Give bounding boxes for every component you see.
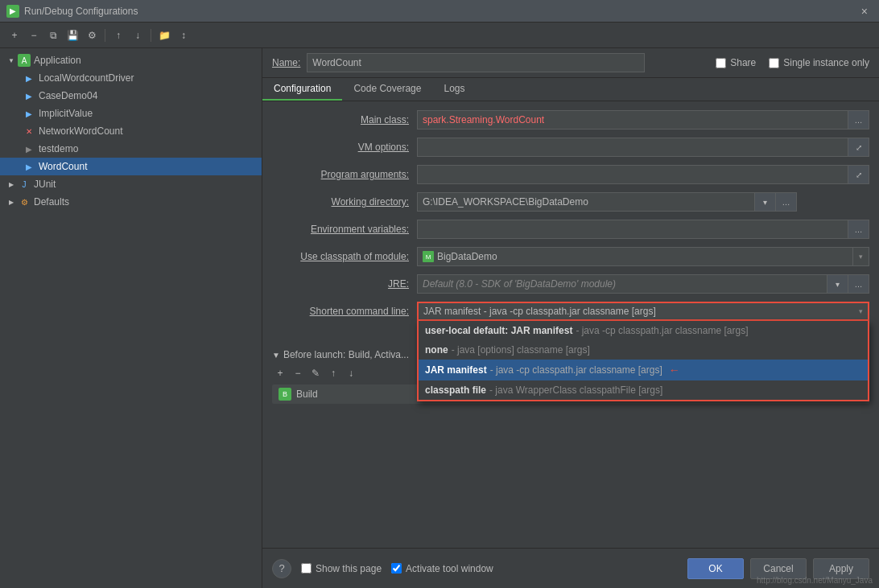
before-launch-title: Before launch: Build, Activa... <box>283 349 409 360</box>
tree-item-implicitvalue[interactable]: ▶ ImplicitValue <box>0 105 262 122</box>
before-launch-down-button[interactable]: ↓ <box>343 365 359 381</box>
move-down-button[interactable]: ↓ <box>130 27 146 43</box>
show-page-label[interactable]: Show this page <box>301 563 382 574</box>
dropdown-option-1[interactable]: none - java [options] classname [args] <box>419 340 868 360</box>
working-dir-row: Working directory: ▾ … <box>272 191 869 212</box>
show-page-text: Show this page <box>316 563 382 574</box>
tab-configuration[interactable]: Configuration <box>262 78 342 101</box>
working-dir-browse-button[interactable]: … <box>776 192 797 212</box>
share-label: Share <box>730 57 756 68</box>
use-classpath-row: Use classpath of module: M BigDataDemo ▾ <box>272 246 869 267</box>
main-class-input[interactable] <box>417 110 848 130</box>
jre-dropdown-button[interactable]: ▾ <box>827 274 848 294</box>
before-launch-edit-button[interactable]: ✎ <box>307 365 324 381</box>
tree-item-wordcount[interactable]: ▶ WordCount <box>0 158 262 175</box>
working-dir-dropdown-button[interactable]: ▾ <box>755 192 776 212</box>
jre-select-wrap: Default (8.0 - SDK of 'BigDataDemo' modu… <box>417 274 869 294</box>
before-launch-remove-button[interactable]: − <box>290 365 306 381</box>
help-button[interactable]: ? <box>272 559 291 578</box>
share-checkbox[interactable] <box>716 58 726 68</box>
before-launch-toggle[interactable]: ▼ <box>272 351 280 360</box>
ok-button[interactable]: OK <box>687 558 744 579</box>
tree-item-casedemo04[interactable]: ▶ CaseDemo04 <box>0 87 262 105</box>
use-classpath-select-wrap: M BigDataDemo ▾ <box>417 247 869 266</box>
app-icon: ▶ <box>6 5 19 18</box>
vm-options-input[interactable] <box>417 138 848 157</box>
tab-logs[interactable]: Logs <box>432 78 476 101</box>
left-panel: ▼ A Application ▶ LocalWordcountDriver ▶… <box>0 48 262 588</box>
dropdown-arrow-icon: ▾ <box>859 307 863 315</box>
title-bar: ▶ Run/Debug Configurations × <box>0 0 879 23</box>
vm-options-expand-button[interactable]: ⤢ <box>848 138 869 157</box>
grey-icon-testdemo: ▶ <box>23 142 35 155</box>
tree-item-junit[interactable]: ▶ J JUnit <box>0 175 262 193</box>
main-class-browse-button[interactable]: … <box>848 110 869 130</box>
cancel-button[interactable]: Cancel <box>750 558 807 579</box>
expand-arrow-defaults: ▶ <box>6 197 16 207</box>
program-args-row: Program arguments: ⤢ <box>272 164 869 185</box>
run-icon-wordcount: ▶ <box>23 160 35 173</box>
tree-label-networkwordcount: NetworkWordCount <box>39 125 122 137</box>
separator-1 <box>105 29 105 42</box>
save-config-button[interactable]: 💾 <box>64 27 80 43</box>
jre-browse-button[interactable]: … <box>848 274 869 294</box>
remove-config-button[interactable]: − <box>26 27 42 43</box>
program-args-input[interactable] <box>417 165 848 184</box>
sort-button[interactable]: ↕ <box>175 27 192 43</box>
program-args-expand-button[interactable]: ⤢ <box>848 165 869 184</box>
shorten-cmd-dropdown-container: JAR manifest - java -cp classpath.jar cl… <box>417 302 869 321</box>
program-args-label: Program arguments: <box>272 169 417 180</box>
activate-tool-label[interactable]: Activate tool window <box>391 563 493 574</box>
env-vars-label: Environment variables: <box>272 224 417 235</box>
opt-label-0: user-local default: JAR manifest <box>425 325 572 336</box>
config-tabs: Configuration Code Coverage Logs <box>262 78 879 101</box>
tree-item-application[interactable]: ▼ A Application <box>0 51 262 69</box>
add-config-button[interactable]: + <box>6 27 23 43</box>
show-page-checkbox[interactable] <box>301 563 312 574</box>
dropdown-option-0[interactable]: user-local default: JAR manifest - java … <box>419 321 868 340</box>
activate-tool-checkbox[interactable] <box>391 563 402 574</box>
env-vars-input[interactable] <box>417 220 848 239</box>
tree-item-networkwordcount[interactable]: ✕ NetworkWordCount <box>0 122 262 140</box>
main-class-row: Main class: … <box>272 109 869 130</box>
program-args-input-wrap: ⤢ <box>417 165 869 184</box>
opt-suffix-2: - java -cp classpath.jar classname [args… <box>490 364 662 376</box>
classpath-dropdown-button[interactable]: ▾ <box>853 247 869 266</box>
vm-options-label: VM options: <box>272 142 417 153</box>
env-vars-browse-button[interactable]: … <box>848 220 869 239</box>
main-class-label: Main class: <box>272 114 417 125</box>
apply-button[interactable]: Apply <box>813 558 869 579</box>
opt-suffix-3: - java WrapperClass classpathFile [args] <box>489 384 662 396</box>
before-launch-up-button[interactable]: ↑ <box>325 365 341 381</box>
tab-code-coverage[interactable]: Code Coverage <box>342 78 432 101</box>
shorten-cmd-dropdown[interactable]: JAR manifest - java -cp classpath.jar cl… <box>417 302 869 321</box>
tree-item-defaults[interactable]: ▶ ⚙ Defaults <box>0 193 262 211</box>
move-up-button[interactable]: ↑ <box>110 27 126 43</box>
run-icon-localwordcount: ▶ <box>23 72 35 84</box>
folder-button[interactable]: 📁 <box>156 27 172 43</box>
tree-container: ▼ A Application ▶ LocalWordcountDriver ▶… <box>0 48 262 588</box>
before-launch-add-button[interactable]: + <box>272 365 288 381</box>
dropdown-option-2[interactable]: JAR manifest - java -cp classpath.jar cl… <box>419 360 868 380</box>
tree-item-localwordcountdriver[interactable]: ▶ LocalWordcountDriver <box>0 69 262 87</box>
copy-config-button[interactable]: ⧉ <box>45 27 61 43</box>
settings-button[interactable]: ⚙ <box>84 27 100 43</box>
dialog-buttons: OK Cancel Apply <box>687 558 869 579</box>
run-debug-dialog: ▶ Run/Debug Configurations × + − ⧉ 💾 ⚙ ↑… <box>0 0 879 588</box>
single-instance-checkbox[interactable] <box>769 58 779 68</box>
dropdown-option-3[interactable]: classpath file - java WrapperClass class… <box>419 380 868 400</box>
shorten-cmd-selected: JAR manifest - java -cp classpath.jar cl… <box>423 306 656 317</box>
tree-label-wordcount: WordCount <box>39 161 87 172</box>
close-button[interactable]: × <box>856 3 873 19</box>
tree-item-testdemo[interactable]: ▶ testdemo <box>0 140 262 158</box>
tree-label-application: Application <box>34 55 81 66</box>
main-content: ▼ A Application ▶ LocalWordcountDriver ▶… <box>0 48 879 588</box>
opt-label-1: none <box>425 344 448 356</box>
name-input[interactable] <box>307 53 645 72</box>
single-instance-checkbox-label[interactable]: Single instance only <box>769 57 869 68</box>
working-dir-input[interactable] <box>417 192 755 212</box>
vm-options-input-wrap: ⤢ <box>417 138 869 157</box>
share-checkbox-label[interactable]: Share <box>716 57 756 68</box>
main-toolbar: + − ⧉ 💾 ⚙ ↑ ↓ 📁 ↕ <box>0 23 879 48</box>
shorten-cmd-row: Shorten command line: JAR manifest - jav… <box>272 301 869 322</box>
